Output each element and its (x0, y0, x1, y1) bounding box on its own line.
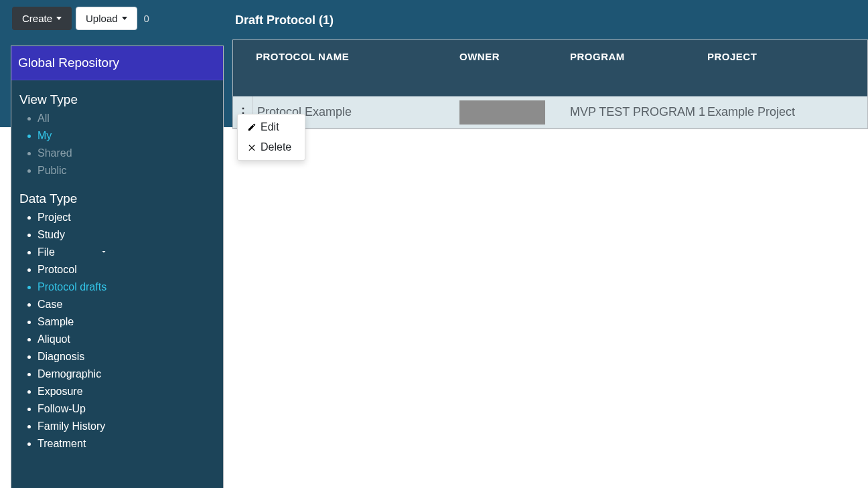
sidebar-item-label: Protocol (38, 264, 77, 276)
view-type-list: All My Shared Public (27, 110, 215, 179)
bullet-icon (27, 321, 31, 324)
sidebar: Global Repository View Type All My Share… (11, 46, 224, 488)
bullet-icon (27, 152, 31, 155)
page-title: Draft Protocol (1) (232, 0, 868, 39)
menu-item-label: Edit (261, 121, 279, 133)
sidebar-item-label: Project (38, 212, 71, 224)
sidebar-item-follow-up[interactable]: Follow-Up (27, 400, 215, 418)
create-label: Create (22, 13, 52, 24)
bullet-icon (27, 390, 31, 394)
upload-label: Upload (86, 13, 118, 24)
sidebar-item-case[interactable]: Case (27, 296, 215, 313)
sidebar-item-label: Family History (38, 420, 105, 432)
sidebar-item-label: File (38, 246, 55, 258)
sidebar-item-label: Protocol drafts (38, 281, 106, 293)
bullet-icon (27, 425, 31, 428)
sidebar-item-shared[interactable]: Shared (27, 145, 215, 162)
sidebar-body: View Type All My Shared Public Data Type… (11, 80, 223, 466)
sidebar-item-protocol-drafts[interactable]: Protocol drafts (27, 278, 215, 296)
col-protocol-name[interactable]: PROTOCOL NAME (253, 40, 459, 96)
create-button[interactable]: Create (12, 7, 72, 30)
sidebar-item-study[interactable]: Study (27, 226, 215, 244)
bullet-icon (27, 234, 31, 237)
sidebar-item-label: Demographic (38, 368, 101, 380)
toolbar-count: 0 (141, 13, 149, 24)
sidebar-item-sample[interactable]: Sample (27, 313, 215, 331)
redacted-owner (459, 100, 545, 125)
bullet-icon (27, 338, 31, 341)
menu-item-label: Delete (261, 141, 291, 153)
col-project[interactable]: PROJECT (707, 40, 867, 96)
sidebar-item-public[interactable]: Public (27, 162, 215, 179)
bullet-icon (27, 373, 31, 376)
top-toolbar: Create Upload 0 (12, 7, 149, 30)
sidebar-item-label: Public (38, 165, 67, 177)
bullet-icon (27, 135, 31, 138)
sidebar-item-diagnosis[interactable]: Diagnosis (27, 348, 215, 365)
col-handle (233, 40, 253, 96)
bullet-icon (27, 251, 31, 254)
bullet-icon (27, 268, 31, 272)
sidebar-item-treatment[interactable]: Treatment (27, 435, 215, 453)
menu-item-delete[interactable]: Delete (238, 137, 305, 157)
sidebar-item-label: Sample (38, 316, 74, 328)
cell-owner (459, 100, 570, 125)
sidebar-item-label: Study (38, 229, 65, 241)
sidebar-item-label: Diagnosis (38, 351, 84, 363)
menu-item-edit[interactable]: Edit (238, 117, 305, 137)
sidebar-item-family-history[interactable]: Family History (27, 418, 215, 435)
table-row[interactable]: ⋮ Protocol Example MVP TEST PROGRAM 1 Ex… (233, 96, 867, 129)
sidebar-item-label: Exposure (38, 386, 83, 398)
cell-project: Example Project (707, 105, 867, 119)
sidebar-item-file[interactable]: File (27, 244, 215, 261)
kebab-icon: ⋮ (237, 111, 249, 114)
sidebar-item-label: All (38, 112, 50, 125)
col-owner[interactable]: OWNER (459, 40, 570, 96)
data-type-list: Project Study File Protocol Protocol dra… (27, 209, 215, 453)
bullet-icon (27, 442, 31, 446)
sidebar-item-project[interactable]: Project (27, 209, 215, 226)
sidebar-item-protocol[interactable]: Protocol (27, 261, 215, 278)
table-header: PROTOCOL NAME OWNER PROGRAM PROJECT (233, 40, 867, 96)
data-table: PROTOCOL NAME OWNER PROGRAM PROJECT ⋮ Pr… (232, 39, 868, 129)
sidebar-item-demographic[interactable]: Demographic (27, 365, 215, 383)
bullet-icon (27, 117, 31, 120)
upload-button[interactable]: Upload (76, 7, 137, 30)
bullet-icon (27, 303, 31, 307)
sidebar-item-label: Follow-Up (38, 403, 86, 415)
close-icon (247, 143, 257, 152)
chevron-down-icon (100, 246, 108, 258)
view-type-title: View Type (19, 92, 215, 107)
bullet-icon (27, 169, 31, 173)
sidebar-item-label: Treatment (38, 438, 86, 450)
pencil-icon (247, 123, 257, 132)
sidebar-item-label: My (38, 130, 52, 142)
bullet-icon (27, 286, 31, 289)
sidebar-item-label: Case (38, 299, 62, 311)
sidebar-item-all[interactable]: All (27, 110, 215, 127)
main-area: Draft Protocol (1) PROTOCOL NAME OWNER P… (232, 0, 868, 129)
bullet-icon (27, 355, 31, 359)
cell-program: MVP TEST PROGRAM 1 (570, 105, 707, 119)
caret-down-icon (122, 17, 127, 20)
sidebar-item-my[interactable]: My (27, 127, 215, 145)
bullet-icon (27, 408, 31, 411)
sidebar-item-label: Shared (38, 147, 72, 159)
row-context-menu: Edit Delete (237, 114, 305, 161)
col-program[interactable]: PROGRAM (570, 40, 707, 96)
sidebar-header: Global Repository (11, 46, 223, 80)
sidebar-item-aliquot[interactable]: Aliquot (27, 331, 215, 348)
data-type-title: Data Type (19, 191, 215, 206)
sidebar-item-exposure[interactable]: Exposure (27, 383, 215, 400)
caret-down-icon (56, 17, 62, 20)
sidebar-item-label: Aliquot (38, 333, 70, 345)
bullet-icon (27, 216, 31, 220)
